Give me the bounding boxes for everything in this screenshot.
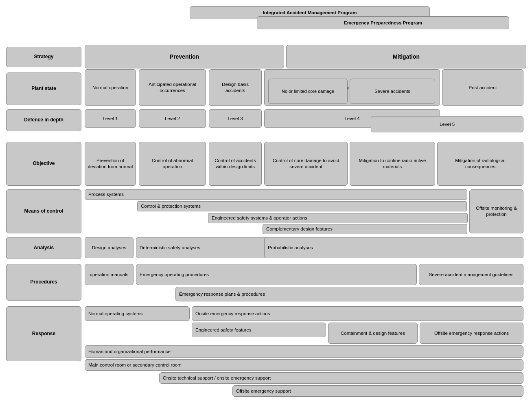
emerg-op-box: Emergency operating procedures [136,264,417,285]
human-org-box: Human and organizational performance [85,345,523,358]
obj2-box: Control of abnormal operation [139,142,206,186]
means-label: Means of control [6,189,81,233]
main-ctrl-box: Main control room or secondary control r… [85,359,523,371]
obj6-box: Mitigation of radiological consequences [437,142,523,186]
anticipated-box: Anticipated operational occurrences [139,69,206,106]
design-basis-box: Design basis accidents [209,69,262,106]
prob-anal-box: Probabilistic analyses [264,237,523,258]
comp-design-box: Complementary design features [263,224,467,234]
level1-box: Level 1 [85,109,136,128]
procedures-label: Procedures [6,264,81,301]
obj3-box: Control of accidents within design limit… [209,142,262,186]
eng-safety-box: Engineered safety systems & operator act… [208,213,468,223]
emerg-resp-box: Emergency response plans & procedures [175,287,523,301]
emergency-preparedness-box: Emergency Preparedness Program [257,16,509,29]
ctrl-prot-box: Control & protection systems [137,201,467,211]
plant-state-label: Plant state [6,72,81,105]
level5-box: Level 5 [371,116,523,132]
offsite-emerg-sup-box: Offsite emergency support [232,385,523,397]
offsite-emerg-box: Offsite emergency response actions [420,323,523,344]
onsite-emerg-box: Onsite emergency response actions [192,306,523,321]
design-anal-box: Design analyses [85,237,134,258]
response-label: Response [6,306,81,361]
post-accident-box: Post accident [442,69,523,106]
analysis-label: Analysis [6,237,81,259]
level2-box: Level 2 [139,109,206,128]
mitigation-box: Mitigation [286,45,526,68]
onsite-tech-box: Onsite technical support / onsite emerge… [159,372,523,384]
obj1-box: Prevention of deviation from normal [85,142,136,186]
obj5-box: Mitigation to confine radio-active mater… [350,142,435,186]
defence-label: Defence in depth [6,109,81,131]
normal-op-sys-box: Normal operating systems [85,306,190,321]
severe-acc-box: Severe accidents [350,79,435,104]
contain-design-box: Containment & design features [328,323,418,344]
offsite-mon-box: Offsite monitoring & protection [469,189,523,233]
op-manuals-box: operation manuals [85,264,134,285]
normal-operation-box: Normal operation [85,69,136,106]
prevention-box: Prevention [85,45,284,68]
obj4-box: Control of core damage to avoid severe a… [264,142,348,186]
level3-box: Level 3 [209,109,262,128]
objective-label: Objective [6,142,81,186]
strategy-label: Strategy [6,47,81,67]
severe-acc-guide-box: Severe accident management guidelines [419,264,523,285]
process-sys-box: Process systems [85,189,467,200]
eng-safety-feat-box: Engineered safety features [192,323,326,337]
no-limited-box: No or limited core damage [268,79,348,104]
